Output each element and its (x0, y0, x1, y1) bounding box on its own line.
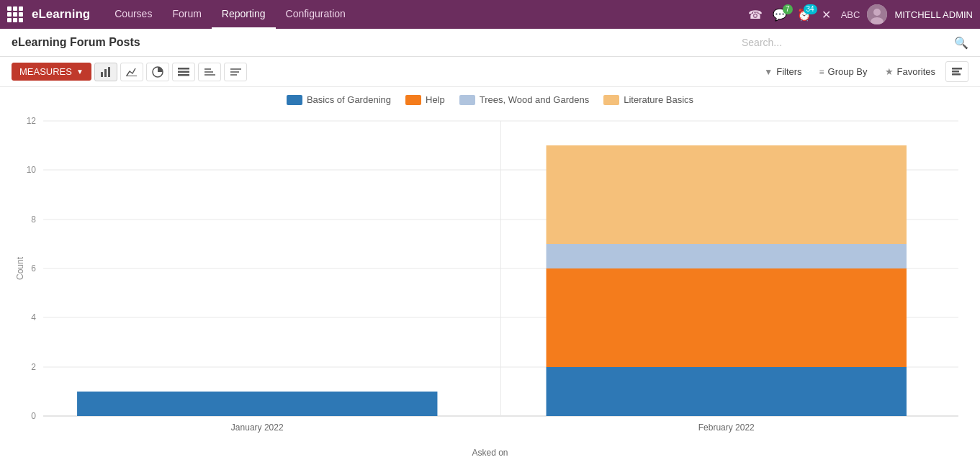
groupby-button[interactable]: ≡ Group By (812, 63, 875, 80)
sort-desc-button[interactable] (224, 63, 247, 81)
search-input[interactable] (738, 35, 954, 50)
legend-color-2 (459, 95, 475, 105)
svg-rect-3 (101, 72, 103, 77)
legend-item-1: Help (405, 94, 445, 105)
chat-badge: 7 (783, 4, 793, 14)
avatar[interactable] (867, 4, 887, 24)
svg-text:8: 8 (31, 214, 36, 225)
svg-rect-10 (178, 74, 189, 76)
filters-button[interactable]: ▼ Filters (757, 63, 809, 80)
favorites-icon: ★ (885, 66, 894, 77)
filter-icon: ▼ (764, 67, 773, 77)
menu-configuration[interactable]: Configuration (276, 0, 356, 29)
svg-text:2: 2 (31, 362, 36, 372)
bar-jan-basics (77, 392, 437, 416)
chart-svg: 12 10 8 6 4 2 0 Count (14, 114, 966, 445)
svg-text:4: 4 (31, 312, 36, 322)
clock-icon[interactable]: ⏰ 34 (794, 8, 814, 22)
search-icon[interactable]: 🔍 (954, 36, 968, 50)
svg-rect-6 (126, 76, 137, 76)
legend-item-0: Basics of Gardening (287, 94, 391, 105)
topnav: eLearning Courses Forum Reporting Config… (0, 0, 980, 29)
chart-legend: Basics of Gardening Help Trees, Wood and… (14, 94, 966, 105)
svg-rect-9 (178, 71, 189, 73)
groupby-label: Group By (828, 66, 868, 77)
legend-color-0 (287, 95, 302, 105)
legend-label-3: Literature Basics (624, 94, 693, 105)
x-axis-title: Asked on (14, 448, 966, 458)
main-menu: Courses Forum Reporting Configuration (104, 0, 745, 29)
svg-text:10: 10 (27, 165, 37, 175)
secondary-bar: eLearning Forum Posts 🔍 (0, 29, 980, 57)
page-title: eLearning Forum Posts (12, 36, 140, 49)
svg-rect-5 (108, 67, 110, 77)
apps-menu[interactable] (7, 6, 23, 22)
menu-courses[interactable]: Courses (104, 0, 162, 29)
username: MITCHELL ADMIN (894, 9, 973, 20)
bar-chart-button[interactable] (94, 63, 117, 81)
app-logo[interactable]: eLearning (32, 7, 90, 22)
close-icon[interactable]: ✕ (819, 8, 834, 22)
chart-svg-container: 12 10 8 6 4 2 0 Count (14, 114, 966, 445)
svg-point-1 (873, 9, 881, 16)
bar-feb-help (547, 268, 907, 367)
legend-label-0: Basics of Gardening (307, 94, 391, 105)
bar-feb-literature (547, 145, 907, 244)
svg-rect-17 (952, 68, 962, 70)
bar-feb-trees (547, 244, 907, 268)
svg-text:Count: Count (15, 256, 25, 280)
topnav-right: ☎ 💬 7 ⏰ 34 ✕ ABC MITCHELL ADMIN (745, 4, 973, 24)
list-view-button[interactable] (172, 63, 195, 81)
toolbar: MEASURES ▼ (0, 57, 980, 87)
svg-rect-19 (952, 73, 961, 76)
pie-chart-button[interactable] (146, 63, 169, 81)
groupby-icon: ≡ (819, 67, 824, 77)
menu-forum[interactable]: Forum (162, 0, 211, 29)
svg-text:0: 0 (31, 411, 36, 421)
legend-item-2: Trees, Wood and Gardens (459, 94, 589, 105)
legend-color-1 (405, 95, 421, 105)
legend-label-2: Trees, Wood and Gardens (480, 94, 589, 105)
measures-label: MEASURES (19, 66, 72, 77)
line-chart-button[interactable] (120, 63, 143, 81)
svg-rect-4 (104, 69, 107, 77)
phone-icon[interactable]: ☎ (745, 8, 765, 22)
svg-rect-8 (178, 68, 189, 70)
right-bar-chart-button[interactable] (945, 61, 968, 82)
measures-button[interactable]: MEASURES ▼ (12, 63, 91, 81)
clock-badge: 34 (804, 4, 817, 14)
svg-text:12: 12 (27, 116, 37, 126)
sort-asc-button[interactable] (198, 63, 221, 81)
chart-area: Basics of Gardening Help Trees, Wood and… (0, 87, 980, 470)
legend-color-3 (603, 95, 619, 105)
menu-reporting[interactable]: Reporting (212, 0, 276, 29)
favorites-label: Favorites (897, 66, 935, 77)
svg-rect-18 (952, 71, 959, 73)
search-container: 🔍 (140, 35, 968, 50)
favorites-button[interactable]: ★ Favorites (878, 63, 943, 80)
measures-arrow: ▼ (76, 68, 84, 76)
x-label-jan: January 2022 (231, 422, 284, 433)
svg-text:6: 6 (31, 263, 36, 274)
legend-item-3: Literature Basics (603, 94, 693, 105)
x-label-feb: February 2022 (698, 422, 755, 433)
filters-label: Filters (776, 66, 801, 77)
bar-feb-basics (547, 367, 907, 416)
abc-label: ABC (838, 9, 863, 20)
legend-label-1: Help (426, 94, 445, 105)
chat-icon[interactable]: 💬 7 (770, 8, 790, 22)
